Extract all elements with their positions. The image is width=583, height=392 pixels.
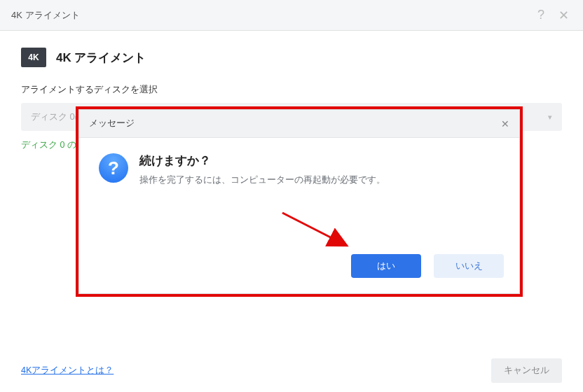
chevron-down-icon: ▾ [548, 113, 552, 122]
dialog-title-bar: メッセージ [89, 118, 135, 130]
close-icon[interactable]: ✕ [555, 7, 572, 24]
dialog-buttons: はい いいえ [351, 254, 504, 278]
question-icon: ? [99, 153, 128, 183]
yes-button[interactable]: はい [351, 254, 421, 278]
dialog-heading: 続けますか？ [139, 153, 385, 169]
window-header: 4K アライメント ? ✕ [0, 0, 583, 31]
select-disk-label: アライメントするディスクを選択 [21, 84, 562, 96]
title-row: 4K 4K アライメント [21, 48, 562, 67]
dialog-close-icon[interactable]: ✕ [501, 118, 509, 130]
dialog-body: ? 続けますか？ 操作を完了するには、コンピューターの再起動が必要です。 [79, 138, 519, 186]
cancel-button[interactable]: キャンセル [491, 358, 562, 383]
window-title: 4K アライメント [11, 9, 80, 22]
4k-badge-icon: 4K [21, 48, 46, 67]
dialog-message: 操作を完了するには、コンピューターの再起動が必要です。 [139, 174, 385, 186]
help-link[interactable]: 4Kアライメントとは？ [21, 365, 114, 377]
message-dialog: メッセージ ✕ ? 続けますか？ 操作を完了するには、コンピューターの再起動が必… [78, 109, 520, 294]
help-icon[interactable]: ? [533, 7, 549, 24]
window-footer: 4Kアライメントとは？ キャンセル [0, 349, 583, 392]
dialog-header: メッセージ ✕ [79, 110, 519, 138]
no-button[interactable]: いいえ [434, 254, 504, 278]
page-title: 4K アライメント [56, 50, 146, 66]
disk-select-value: ディスク 0( [31, 111, 78, 123]
app-window: 4K アライメント ? ✕ 4K 4K アライメント アライメントするディスクを… [0, 0, 583, 392]
